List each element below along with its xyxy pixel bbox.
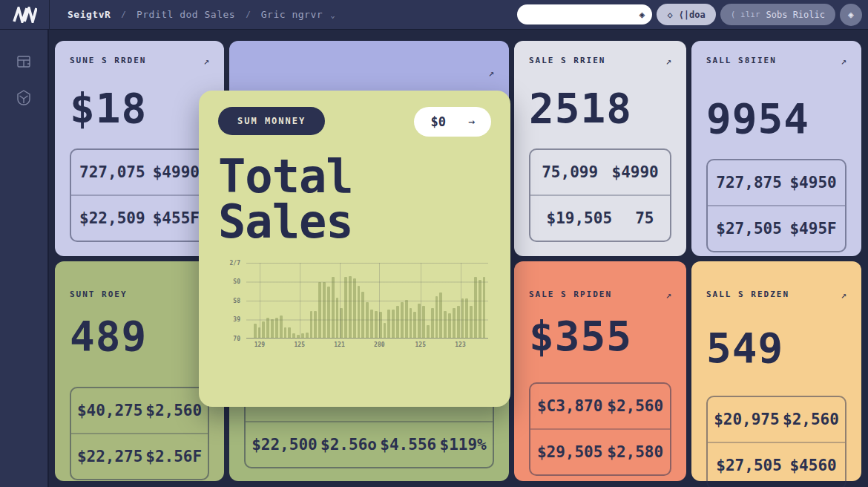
- table-row: 75,099 $4990: [530, 150, 670, 195]
- chart-bar: [461, 298, 464, 338]
- card-title: SUNE S RRDEN: [70, 56, 209, 65]
- chart-bar: [254, 324, 257, 337]
- value-table: 727,075 $4990 $22,509 $455F: [70, 148, 209, 242]
- breadcrumb-separator: /: [246, 10, 251, 19]
- code-filter-button[interactable]: ◇ ⟨|doa: [657, 4, 715, 25]
- amount-button[interactable]: $0 →: [414, 107, 491, 137]
- card-title: SALL S8IIEN: [706, 56, 846, 65]
- chart-bar: [470, 306, 473, 337]
- breadcrumb-app[interactable]: SeigtvR: [68, 9, 111, 20]
- amount-value: $0: [430, 114, 445, 129]
- chart-bar: [396, 306, 399, 337]
- chart-bar: [310, 311, 313, 337]
- search-input[interactable]: ◈: [517, 4, 652, 24]
- cell-value: $455F: [153, 209, 200, 227]
- breadcrumb: SeigtvR / Prditl dod Sales / Gric ngrvr …: [68, 9, 335, 20]
- chart-bar: [392, 310, 395, 337]
- metric-card-sale-srrien[interactable]: SALE S RRIEN ↗ 2518 75,099 $4990 $19,505…: [514, 41, 686, 256]
- expand-arrow-icon[interactable]: ↗: [488, 68, 494, 79]
- cell-value: $2.56F: [145, 448, 202, 465]
- cell-value: $22,500: [251, 436, 318, 454]
- table-row: $27,505 $4560: [708, 442, 845, 487]
- chart-gridline: [300, 263, 300, 338]
- chart-bar: [361, 292, 364, 338]
- diamond-icon: ◇: [667, 10, 672, 20]
- card-title: SALE S RPIDEN: [529, 290, 671, 299]
- metric-card-sale-srpiden[interactable]: SALE S RPIDEN ↗ $355 $C3,870 $2,560 $29,…: [514, 261, 686, 481]
- breadcrumb-view-dropdown[interactable]: Gric ngrvr ⌄: [261, 9, 335, 20]
- table-row: $22,275 $2.56F: [71, 433, 208, 479]
- chart-bar: [280, 316, 283, 337]
- chart-bar: [366, 302, 369, 337]
- cell-value: $119%: [440, 436, 487, 454]
- chart-bar: [465, 298, 468, 338]
- cell-value: $20,975: [714, 411, 780, 428]
- cell-value: $27,505: [716, 220, 782, 238]
- cell-value: $27,505: [716, 457, 782, 474]
- metric-card-sall-sredzen[interactable]: SALL S REDZEN ↗ 549 $20,975 $2,560 $27,5…: [691, 261, 861, 481]
- breadcrumb-separator: /: [121, 10, 126, 19]
- action-button[interactable]: ◈: [840, 4, 862, 26]
- metric-value: 489: [70, 316, 209, 357]
- code-filter-label: ⟨|doa: [679, 10, 706, 20]
- chart-bar: [306, 333, 309, 337]
- chart-bar: [353, 278, 356, 338]
- sales-bar-chart: 2/7 S0 S8 39 70 129 125 121 280 125 123: [218, 260, 491, 355]
- table-row: $20,975 $2,560: [708, 397, 845, 442]
- cell-value: $4.556: [380, 436, 436, 454]
- x-axis-tick: 123: [455, 341, 465, 348]
- chart-bar: [405, 300, 408, 338]
- chart-bar: [327, 287, 330, 338]
- chart-bar: [453, 308, 456, 337]
- cell-value: 75: [635, 209, 654, 227]
- y-axis-tick: S0: [218, 278, 240, 285]
- chart-bar: [323, 282, 326, 338]
- chart-bar: [332, 277, 335, 338]
- metric-value: 9954: [706, 98, 846, 140]
- y-axis-tick: 39: [218, 316, 240, 323]
- package-icon: [16, 89, 32, 105]
- cell-value: $19,505: [547, 209, 613, 227]
- chart-bar: [262, 321, 265, 337]
- table-row: $27,505 $495F: [708, 205, 845, 251]
- cell-value: $2,560: [607, 397, 663, 415]
- value-table: $C3,870 $2,560 $29,505 $2,580: [529, 382, 671, 476]
- chart-bars: [254, 263, 486, 338]
- chart-gridline: [379, 263, 380, 338]
- sales-role-button[interactable]: ( ılır Sobs Riolic: [720, 4, 835, 25]
- chart-bar: [284, 327, 287, 337]
- expand-arrow-icon[interactable]: ↗: [665, 56, 671, 67]
- arrow-right-icon: →: [468, 115, 475, 128]
- total-sales-overlay-card[interactable]: SUM MONNEY $0 → Total Sales 2/7 S0 S8 39…: [199, 91, 510, 407]
- x-axis-tick: 125: [294, 341, 304, 348]
- cell-value: $4950: [789, 174, 836, 192]
- chart-bar: [340, 308, 343, 337]
- chart-bar: [384, 323, 387, 337]
- chart-bar: [370, 310, 373, 337]
- chart-bar: [318, 282, 321, 338]
- cell-value: $22,509: [79, 209, 145, 227]
- table-row: $C3,870 $2,560: [530, 384, 670, 428]
- chart-bar: [439, 292, 442, 338]
- chart-bar: [410, 308, 412, 337]
- metric-card-sall-s8iien[interactable]: SALL S8IIEN ↗ 9954 727,875 $4950 $27,505…: [691, 41, 861, 256]
- chart-gridline: [260, 263, 260, 338]
- expand-arrow-icon[interactable]: ↗: [665, 290, 671, 301]
- breadcrumb-section[interactable]: Prditl dod Sales: [137, 9, 235, 20]
- expand-arrow-icon[interactable]: ↗: [841, 290, 846, 301]
- breadcrumb-view-label: Gric ngrvr: [261, 9, 323, 20]
- expand-arrow-icon[interactable]: ↗: [841, 56, 846, 67]
- expand-arrow-icon[interactable]: ↗: [203, 56, 209, 67]
- top-header: SeigtvR / Prditl dod Sales / Gric ngrvr …: [0, 0, 868, 30]
- dashboard-grid-icon: [16, 53, 32, 70]
- chart-bar: [431, 308, 434, 337]
- sales-role-label: Sobs Riolic: [766, 10, 825, 20]
- sidebar-item-packages[interactable]: [16, 89, 32, 105]
- cell-value: $4990: [153, 163, 200, 181]
- table-row: 727,075 $4990: [71, 150, 208, 195]
- sidebar-item-dashboard[interactable]: [16, 53, 32, 70]
- chart-bar: [349, 276, 352, 338]
- cell-value: $C3,870: [537, 397, 603, 415]
- value-table: $20,975 $2,560 $27,505 $4560: [706, 396, 846, 487]
- logo-link[interactable]: [0, 7, 49, 23]
